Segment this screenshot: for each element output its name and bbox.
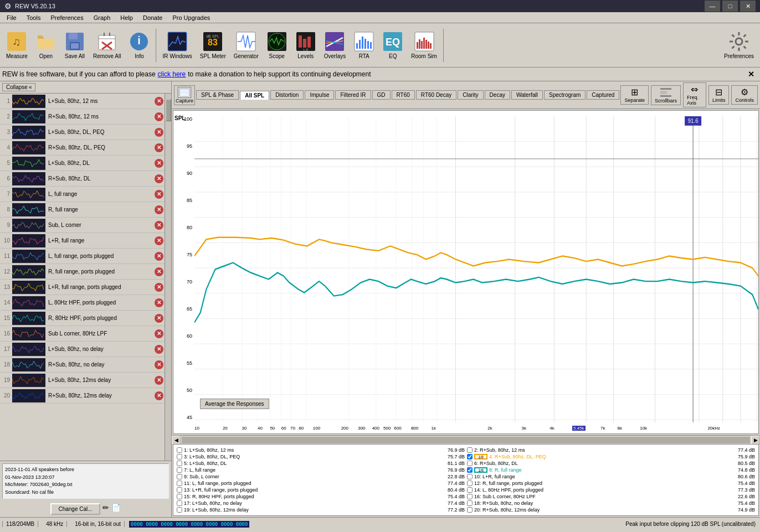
remove-all-button[interactable]: Remove All bbox=[89, 25, 125, 65]
tab-spl-phase[interactable]: SPL & Phase bbox=[196, 90, 239, 100]
tab-decay[interactable]: Decay bbox=[485, 90, 510, 100]
tab-all-spl[interactable]: All SPL bbox=[240, 91, 269, 100]
controls-button[interactable]: ⚙ Controls bbox=[731, 85, 758, 105]
sidebar-item-3[interactable]: 3L+Sub, 80hz, DL, PEQ✕ bbox=[0, 125, 165, 140]
legend-checkbox-6[interactable] bbox=[467, 461, 473, 466]
sidebar-item-9[interactable]: 9Sub, L corner✕ bbox=[0, 218, 165, 233]
legend-checkbox-7[interactable] bbox=[177, 467, 182, 473]
sidebar-item-remove-button[interactable]: ✕ bbox=[155, 283, 163, 292]
file-icon[interactable]: 📄 bbox=[111, 503, 121, 515]
save-all-button[interactable]: Save All bbox=[60, 25, 89, 65]
tab-rt60-decay[interactable]: RT60 Decay bbox=[416, 90, 456, 100]
spl-meter-button[interactable]: dB SPL 83 SPL Meter bbox=[196, 25, 230, 65]
ir-windows-button[interactable]: IR Windows bbox=[158, 25, 196, 65]
legend-checkbox-4[interactable] bbox=[467, 454, 473, 459]
legend-checkbox-18[interactable] bbox=[467, 500, 473, 506]
open-button[interactable]: Open bbox=[32, 25, 60, 65]
menu-help[interactable]: Help bbox=[116, 13, 137, 22]
sidebar-item-remove-button[interactable]: ✕ bbox=[155, 376, 163, 385]
sidebar-item-8[interactable]: 8R, full range✕ bbox=[0, 202, 165, 218]
sidebar-item-10[interactable]: 10L+R, full range✕ bbox=[0, 233, 165, 249]
separate-button[interactable]: ⊞ Separate bbox=[620, 85, 649, 105]
legend-checkbox-16[interactable] bbox=[467, 494, 473, 499]
sidebar-item-remove-button[interactable]: ✕ bbox=[155, 205, 163, 214]
tab-rt60[interactable]: RT60 bbox=[392, 90, 415, 100]
sidebar-item-18[interactable]: 18R+Sub, 80hz, no delay✕ bbox=[0, 357, 165, 373]
edit-icon[interactable]: ✏ bbox=[102, 503, 109, 515]
menu-pro-upgrades[interactable]: Pro Upgrades bbox=[168, 13, 214, 22]
menu-tools[interactable]: Tools bbox=[22, 13, 45, 22]
tab-impulse[interactable]: Impulse bbox=[305, 90, 334, 100]
sidebar-item-remove-button[interactable]: ✕ bbox=[155, 112, 163, 121]
scroll-right-button[interactable]: ▶ bbox=[751, 436, 760, 445]
sidebar-item-12[interactable]: 12R, full range, ports plugged✕ bbox=[0, 264, 165, 280]
sidebar-item-remove-button[interactable]: ✕ bbox=[155, 345, 163, 354]
tab-clarity[interactable]: Clarity bbox=[458, 90, 483, 100]
maximize-button[interactable]: □ bbox=[722, 1, 738, 12]
legend-checkbox-5[interactable] bbox=[177, 461, 182, 466]
sidebar-item-17[interactable]: 17L+Sub, 80hz, no delay✕ bbox=[0, 342, 165, 357]
sidebar-item-16[interactable]: 16Sub L corner, 80Hz LPF✕ bbox=[0, 326, 165, 342]
collapse-button[interactable]: Collapse « bbox=[2, 83, 35, 91]
scroll-left-button[interactable]: ◀ bbox=[172, 436, 181, 445]
tab-waterfall[interactable]: Waterfall bbox=[511, 90, 543, 100]
sidebar-item-remove-button[interactable]: ✕ bbox=[155, 236, 163, 245]
scrollbar-thumb[interactable] bbox=[166, 99, 171, 121]
sidebar-item-remove-button[interactable]: ✕ bbox=[155, 174, 163, 183]
legend-checkbox-10[interactable] bbox=[467, 474, 473, 479]
close-button[interactable]: ✕ bbox=[740, 1, 756, 12]
donation-close-button[interactable]: ✕ bbox=[744, 70, 758, 79]
menu-preferences[interactable]: Preferences bbox=[46, 13, 88, 22]
limits-button[interactable]: ⊟ Limits bbox=[708, 85, 730, 105]
menu-graph[interactable]: Graph bbox=[89, 13, 115, 22]
donation-link[interactable]: click here bbox=[158, 70, 186, 78]
sidebar-item-5[interactable]: 5L+Sub, 80hz, DL✕ bbox=[0, 156, 165, 171]
sidebar-item-2[interactable]: 2R+Sub, 80hz, 12 ms✕ bbox=[0, 109, 165, 125]
sidebar-item-4[interactable]: 4R+Sub, 80hz, DL, PEQ✕ bbox=[0, 140, 165, 156]
legend-checkbox-11[interactable] bbox=[177, 481, 182, 486]
sidebar-item-13[interactable]: 13L+R, full range, ports plugged✕ bbox=[0, 280, 165, 295]
tab-gd[interactable]: GD bbox=[372, 90, 391, 100]
capture-button[interactable]: Capture bbox=[174, 85, 195, 105]
sidebar-item-19[interactable]: 19L+Sub, 80hz, 12ms delay✕ bbox=[0, 373, 165, 388]
legend-checkbox-9[interactable] bbox=[177, 474, 182, 479]
tab-filtered-ir[interactable]: Filtered IR bbox=[335, 90, 371, 100]
legend-checkbox-14[interactable] bbox=[467, 487, 473, 493]
sidebar-item-remove-button[interactable]: ✕ bbox=[155, 190, 163, 199]
sidebar-item-remove-button[interactable]: ✕ bbox=[155, 159, 163, 168]
menu-donate[interactable]: Donate bbox=[138, 13, 167, 22]
scrollbars-button[interactable]: Scrollbars bbox=[651, 85, 681, 105]
sidebar-item-remove-button[interactable]: ✕ bbox=[155, 329, 163, 338]
sidebar-item-15[interactable]: 15R, 80Hz HPF, ports plugged✕ bbox=[0, 311, 165, 326]
measure-button[interactable]: ♫ Measure bbox=[2, 25, 32, 65]
sidebar-item-remove-button[interactable]: ✕ bbox=[155, 252, 163, 261]
eq-button[interactable]: EQ EQ bbox=[378, 25, 407, 65]
legend-checkbox-17[interactable] bbox=[177, 500, 182, 506]
menu-file[interactable]: File bbox=[2, 13, 21, 22]
tab-distortion[interactable]: Distortion bbox=[270, 90, 304, 100]
minimize-button[interactable]: — bbox=[705, 1, 720, 12]
sidebar-item-6[interactable]: 6R+Sub, 80hz, DL✕ bbox=[0, 171, 165, 187]
sidebar-item-remove-button[interactable]: ✕ bbox=[155, 314, 163, 323]
sidebar-item-7[interactable]: 7L, full range✕ bbox=[0, 187, 165, 202]
generator-button[interactable]: Generator bbox=[230, 25, 263, 65]
sidebar-item-remove-button[interactable]: ✕ bbox=[155, 128, 163, 137]
preferences-button[interactable]: Preferences bbox=[720, 25, 758, 65]
legend-checkbox-12[interactable] bbox=[467, 481, 473, 486]
sidebar-item-remove-button[interactable]: ✕ bbox=[155, 391, 163, 400]
legend-indicator-4[interactable]: 1/8 bbox=[474, 454, 487, 459]
info-button[interactable]: i Info bbox=[125, 25, 153, 65]
scope-button[interactable]: Scope bbox=[263, 25, 291, 65]
sidebar-scrollbar[interactable] bbox=[165, 94, 171, 461]
freq-axis-button[interactable]: ⇔ Freq. Axis bbox=[683, 82, 706, 107]
legend-checkbox-2[interactable] bbox=[467, 447, 473, 453]
tab-spectrogram[interactable]: Spectrogram bbox=[544, 90, 586, 100]
room-sim-button[interactable]: Room Sim bbox=[407, 25, 441, 65]
average-responses-button[interactable]: Average the Responses bbox=[200, 399, 269, 409]
sidebar-item-11[interactable]: 11L, full range, ports plugged✕ bbox=[0, 249, 165, 264]
levels-button[interactable]: L R Levels bbox=[291, 25, 320, 65]
legend-checkbox-19[interactable] bbox=[177, 507, 182, 513]
sidebar-item-remove-button[interactable]: ✕ bbox=[155, 97, 163, 106]
sidebar-item-remove-button[interactable]: ✕ bbox=[155, 221, 163, 230]
legend-checkbox-8[interactable] bbox=[467, 467, 473, 473]
